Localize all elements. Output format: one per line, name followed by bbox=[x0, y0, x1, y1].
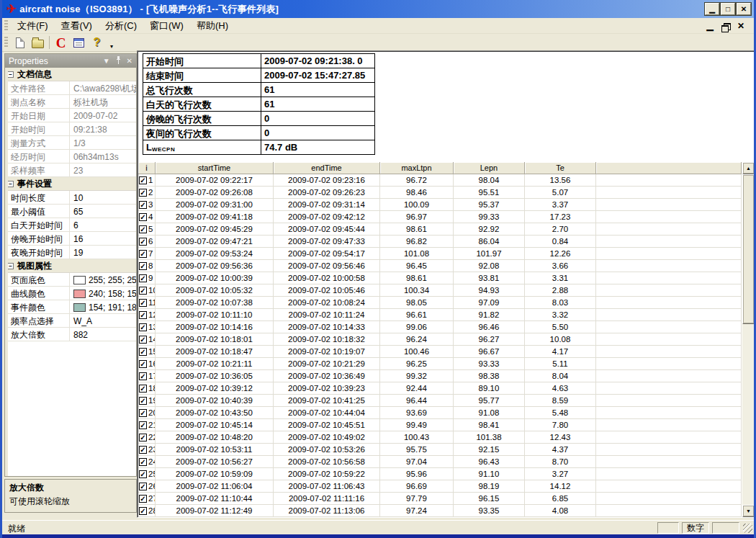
table-row[interactable]: ✓282009-07-02 11:12:492009-07-02 11:13:0… bbox=[138, 505, 742, 517]
table-row[interactable]: ✓262009-07-02 11:06:042009-07-02 11:06:4… bbox=[138, 480, 742, 493]
property-row[interactable]: 白天开始时间6 bbox=[8, 218, 136, 232]
property-row[interactable]: 页面底色255; 255; 25 bbox=[8, 273, 136, 287]
table-row[interactable]: ✓232009-07-02 10:53:112009-07-02 10:53:2… bbox=[138, 444, 742, 456]
property-value[interactable]: 255; 255; 25 bbox=[70, 273, 136, 286]
table-row[interactable]: ✓12009-07-02 09:22:172009-07-02 09:23:16… bbox=[138, 174, 742, 187]
row-checkbox[interactable]: ✓ bbox=[139, 262, 147, 270]
property-value[interactable]: 23 bbox=[70, 163, 136, 176]
table-row[interactable]: ✓212009-07-02 10:45:142009-07-02 10:45:5… bbox=[138, 419, 742, 431]
column-header-Lepn[interactable]: Lepn bbox=[454, 162, 525, 174]
menu-grip[interactable] bbox=[4, 20, 8, 31]
row-checkbox[interactable]: ✓ bbox=[139, 421, 147, 429]
property-value[interactable]: 2009-07-02 bbox=[70, 109, 136, 122]
table-row[interactable]: ✓142009-07-02 10:18:012009-07-02 10:18:3… bbox=[138, 333, 742, 346]
table-row[interactable]: ✓42009-07-02 09:41:182009-07-02 09:42:12… bbox=[138, 211, 742, 223]
property-value[interactable]: 10 bbox=[70, 191, 136, 204]
mdi-close-icon[interactable]: ✕ bbox=[735, 21, 747, 31]
properties-icon[interactable] bbox=[71, 35, 87, 50]
row-checkbox[interactable]: ✓ bbox=[139, 225, 147, 233]
table-row[interactable]: ✓72009-07-02 09:53:242009-07-02 09:54:17… bbox=[138, 248, 742, 260]
property-row[interactable]: 最小阈值65 bbox=[8, 205, 136, 218]
property-row[interactable]: 测量方式1/3 bbox=[8, 136, 136, 150]
table-row[interactable]: ✓92009-07-02 10:00:392009-07-02 10:00:58… bbox=[138, 272, 742, 284]
row-checkbox[interactable]: ✓ bbox=[139, 299, 147, 307]
property-row[interactable]: 事件颜色154; 191; 18 bbox=[8, 300, 136, 314]
row-checkbox[interactable]: ✓ bbox=[139, 446, 147, 454]
table-row[interactable]: ✓132009-07-02 10:14:162009-07-02 10:14:3… bbox=[138, 321, 742, 333]
column-header-filler[interactable] bbox=[596, 162, 742, 174]
property-value[interactable]: 240; 158; 15 bbox=[70, 287, 136, 300]
row-checkbox[interactable]: ✓ bbox=[139, 458, 147, 466]
property-row[interactable]: 傍晚开始时间16 bbox=[8, 232, 136, 246]
row-checkbox[interactable]: ✓ bbox=[139, 483, 147, 490]
row-checkbox[interactable]: ✓ bbox=[139, 385, 147, 393]
scroll-up-icon[interactable]: ▲ bbox=[742, 162, 754, 174]
table-row[interactable]: ✓52009-07-02 09:45:292009-07-02 09:45:44… bbox=[138, 223, 742, 236]
property-value[interactable]: 16 bbox=[70, 232, 136, 245]
column-header-Te[interactable]: Te bbox=[525, 162, 596, 174]
row-checkbox[interactable]: ✓ bbox=[139, 176, 147, 184]
property-group-header[interactable]: −视图属性 bbox=[5, 259, 136, 273]
property-value[interactable]: 1/3 bbox=[70, 136, 136, 149]
row-checkbox[interactable]: ✓ bbox=[139, 213, 147, 221]
property-value[interactable]: 19 bbox=[70, 246, 136, 259]
property-row[interactable]: 放大倍数882 bbox=[8, 328, 136, 341]
row-checkbox[interactable]: ✓ bbox=[139, 397, 147, 405]
panel-menu-chevron-icon[interactable]: ▼ bbox=[103, 58, 110, 65]
property-row[interactable]: 开始日期2009-07-02 bbox=[8, 109, 136, 122]
scroll-down-icon[interactable]: ▼ bbox=[742, 505, 754, 517]
table-row[interactable]: ✓62009-07-02 09:47:212009-07-02 09:47:33… bbox=[138, 236, 742, 248]
table-row[interactable]: ✓82009-07-02 09:56:362009-07-02 09:56:46… bbox=[138, 260, 742, 272]
property-value[interactable]: 6 bbox=[70, 218, 136, 231]
scrollbar-thumb[interactable] bbox=[742, 174, 754, 324]
property-value[interactable]: 882 bbox=[70, 328, 136, 341]
property-value[interactable]: 09:21:38 bbox=[70, 122, 136, 135]
table-row[interactable]: ✓162009-07-02 10:21:112009-07-02 10:21:2… bbox=[138, 358, 742, 370]
open-file-icon[interactable] bbox=[30, 35, 46, 50]
table-row[interactable]: ✓192009-07-02 10:40:392009-07-02 10:41:2… bbox=[138, 395, 742, 407]
row-checkbox[interactable]: ✓ bbox=[139, 372, 147, 380]
row-checkbox[interactable]: ✓ bbox=[139, 470, 147, 478]
calibrate-c-icon[interactable]: C bbox=[53, 35, 69, 50]
collapse-minus-icon[interactable]: − bbox=[7, 71, 14, 78]
table-row[interactable]: ✓182009-07-02 10:39:122009-07-02 10:39:2… bbox=[138, 382, 742, 395]
row-checkbox[interactable]: ✓ bbox=[139, 323, 147, 331]
table-row[interactable]: ✓112009-07-02 10:07:382009-07-02 10:08:2… bbox=[138, 297, 742, 309]
property-value[interactable]: 栎社机场 bbox=[70, 95, 136, 108]
property-row[interactable]: 开始时间09:21:38 bbox=[8, 122, 136, 136]
property-group-header[interactable]: −事件设置 bbox=[5, 177, 136, 191]
row-checkbox[interactable]: ✓ bbox=[139, 274, 147, 282]
row-checkbox[interactable]: ✓ bbox=[139, 311, 147, 319]
table-row[interactable]: ✓22009-07-02 09:26:082009-07-02 09:26:23… bbox=[138, 187, 742, 199]
row-checkbox[interactable]: ✓ bbox=[139, 336, 147, 344]
row-checkbox[interactable]: ✓ bbox=[139, 287, 147, 295]
property-row[interactable]: 夜晚开始时间19 bbox=[8, 246, 136, 259]
toolbar-grip[interactable] bbox=[4, 37, 8, 49]
resize-grip[interactable] bbox=[743, 524, 752, 533]
property-value[interactable]: W_A bbox=[70, 314, 136, 327]
mdi-restore-icon[interactable] bbox=[721, 23, 729, 30]
help-icon[interactable]: ? bbox=[89, 35, 105, 50]
table-row[interactable]: ✓122009-07-02 10:11:102009-07-02 10:11:2… bbox=[138, 309, 742, 321]
property-row[interactable]: 经历时间06h34m13s bbox=[8, 150, 136, 163]
property-value[interactable]: 06h34m13s bbox=[70, 150, 136, 163]
close-button[interactable]: ✕ bbox=[737, 3, 751, 15]
table-row[interactable]: ✓252009-07-02 10:59:092009-07-02 10:59:2… bbox=[138, 468, 742, 480]
row-checkbox[interactable]: ✓ bbox=[139, 348, 147, 356]
row-checkbox[interactable]: ✓ bbox=[139, 409, 147, 417]
column-header-maxLtpn[interactable]: maxLtpn bbox=[380, 162, 454, 174]
row-checkbox[interactable]: ✓ bbox=[139, 434, 147, 441]
property-value[interactable]: 65 bbox=[70, 205, 136, 218]
table-row[interactable]: ✓242009-07-02 10:56:272009-07-02 10:56:5… bbox=[138, 456, 742, 468]
property-value[interactable]: C:\awa6298\机场 bbox=[70, 81, 136, 94]
menu-item-0[interactable]: 文件(F) bbox=[11, 18, 55, 34]
minimize-button[interactable]: ▁ bbox=[705, 3, 719, 15]
table-row[interactable]: ✓202009-07-02 10:43:502009-07-02 10:44:0… bbox=[138, 407, 742, 419]
column-header-i[interactable]: i bbox=[138, 162, 156, 174]
row-checkbox[interactable]: ✓ bbox=[139, 507, 147, 515]
table-row[interactable]: ✓222009-07-02 10:48:202009-07-02 10:49:0… bbox=[138, 431, 742, 444]
column-header-startTime[interactable]: startTime bbox=[156, 162, 274, 174]
column-header-endTime[interactable]: endTime bbox=[274, 162, 380, 174]
table-row[interactable]: ✓172009-07-02 10:36:052009-07-02 10:36:4… bbox=[138, 370, 742, 382]
property-row[interactable]: 频率点选择W_A bbox=[8, 314, 136, 328]
